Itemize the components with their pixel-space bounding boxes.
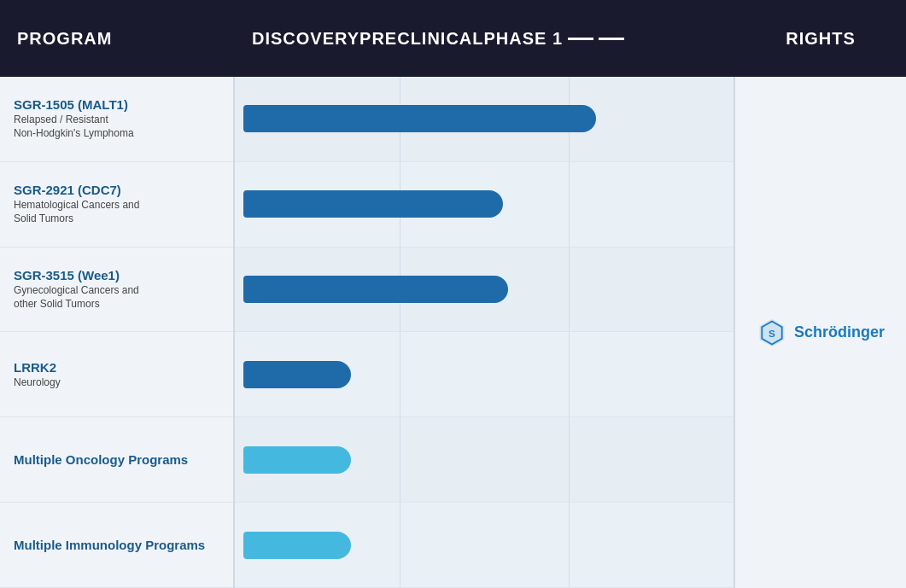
bar-wrapper-sgr3515 xyxy=(235,276,734,303)
program-row-sgr3515: SGR-3515 (Wee1) Gynecological Cancers an… xyxy=(0,247,233,333)
chart-row-immunology xyxy=(235,503,734,588)
header: PROGRAM DISCOVERYPRECLINICALPHASE 1 RIGH… xyxy=(0,0,906,77)
program-row-sgr1505: SGR-1505 (MALT1) Relapsed / ResistantNon… xyxy=(0,77,233,162)
program-row-sgr2921: SGR-2921 (CDC7) Hematological Cancers an… xyxy=(0,162,233,247)
bar-oncology xyxy=(243,446,351,474)
chart-column xyxy=(235,77,735,588)
program-desc-sgr1505: Relapsed / ResistantNon-Hodgkin's Lympho… xyxy=(14,114,219,140)
bar-sgr1505 xyxy=(243,105,596,132)
bar-sgr3515 xyxy=(243,276,508,303)
bar-wrapper-sgr1505 xyxy=(235,105,734,132)
chart-row-sgr3515 xyxy=(235,247,734,333)
bar-sgr2921 xyxy=(243,190,503,218)
bar-wrapper-oncology xyxy=(235,446,734,474)
schrodinger-icon: S xyxy=(757,317,787,348)
program-row-lrrk2: LRRK2 Neurology xyxy=(0,332,233,417)
header-phases-label: DISCOVERYPRECLINICALPHASE 1 xyxy=(235,29,735,49)
svg-text:S: S xyxy=(769,327,775,338)
program-name-oncology: Multiple Oncology Programs xyxy=(14,452,219,467)
header-dash-1 xyxy=(568,38,593,40)
chart-row-oncology xyxy=(235,417,734,503)
program-desc-lrrk2: Neurology xyxy=(14,376,219,390)
programs-column: SGR-1505 (MALT1) Relapsed / ResistantNon… xyxy=(0,77,235,588)
program-row-oncology: Multiple Oncology Programs xyxy=(0,417,233,503)
main-container: PROGRAM DISCOVERYPRECLINICALPHASE 1 RIGH… xyxy=(0,0,906,588)
program-desc-sgr3515: Gynecological Cancers andother Solid Tum… xyxy=(14,284,219,311)
header-dash-2 xyxy=(599,38,624,40)
program-name-sgr2921: SGR-2921 (CDC7) xyxy=(14,183,219,197)
chart-row-lrrk2 xyxy=(235,332,734,417)
program-name-immunology: Multiple Immunology Programs xyxy=(14,538,219,552)
bar-immunology xyxy=(243,532,351,559)
body: SGR-1505 (MALT1) Relapsed / ResistantNon… xyxy=(0,77,906,588)
chart-row-sgr2921 xyxy=(235,162,734,247)
program-name-lrrk2: LRRK2 xyxy=(14,360,219,375)
schrodinger-text: Schrödinger xyxy=(794,323,885,341)
program-desc-sgr2921: Hematological Cancers andSolid Tumors xyxy=(14,199,219,225)
program-name-sgr3515: SGR-3515 (Wee1) xyxy=(14,268,219,282)
program-row-immunology: Multiple Immunology Programs xyxy=(0,503,233,588)
bar-wrapper-lrrk2 xyxy=(235,361,734,388)
program-name-sgr1505: SGR-1505 (MALT1) xyxy=(14,97,219,112)
rights-column: S Schrödinger xyxy=(735,77,906,588)
bar-wrapper-immunology xyxy=(235,532,734,559)
bar-lrrk2 xyxy=(243,361,351,388)
schrodinger-logo: S Schrödinger xyxy=(757,317,885,348)
header-program-label: PROGRAM xyxy=(0,29,235,49)
header-rights-label: RIGHTS xyxy=(735,29,906,49)
chart-row-sgr1505 xyxy=(235,77,734,162)
bar-wrapper-sgr2921 xyxy=(235,190,734,218)
